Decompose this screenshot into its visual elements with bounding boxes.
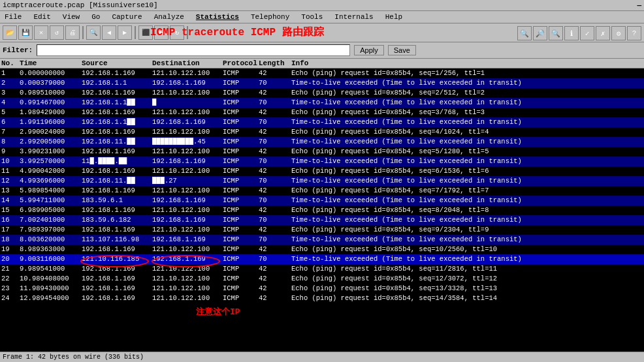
filter-input[interactable] bbox=[37, 44, 350, 56]
cell-dest: 121.10.122.100 bbox=[151, 68, 221, 78]
filter-save-button[interactable]: Save bbox=[388, 45, 416, 55]
table-row[interactable]: 9 3.990231000 192.168.1.169 121.10.122.1… bbox=[0, 147, 644, 157]
table-row[interactable]: 12 4.993696000 192.168.11.██ ███.27 ICMP… bbox=[0, 176, 644, 186]
table-row[interactable]: 5 1.989429000 192.168.1.169 121.10.122.1… bbox=[0, 108, 644, 117]
cell-length: 42 bbox=[257, 264, 290, 274]
table-row[interactable]: 20 9.003116000 121.10.116.185 192.168.1.… bbox=[0, 254, 644, 264]
cell-info: Echo (ping) request id=0x85b4, seq=1/256… bbox=[290, 68, 644, 78]
table-row[interactable]: 23 11.989430000 192.168.1.169 121.10.122… bbox=[0, 284, 644, 294]
table-row[interactable]: 10 3.992570000 11█.████.██ 192.168.1.169… bbox=[0, 157, 644, 166]
table-row[interactable]: 2 0.000379000 192.168.1.1 192.168.1.169 … bbox=[0, 78, 644, 88]
cell-time: 1.989429000 bbox=[18, 108, 80, 117]
table-row[interactable]: 11 4.990042000 192.168.1.169 121.10.122.… bbox=[0, 166, 644, 176]
reload-btn[interactable]: ↺ bbox=[50, 25, 64, 40]
cell-info: Echo (ping) request id=0x85b4, seq=12/30… bbox=[290, 274, 644, 284]
table-row[interactable]: 17 7.989397000 192.168.1.169 121.10.122.… bbox=[0, 225, 644, 235]
cell-source: 192.168.1.169 bbox=[80, 147, 151, 157]
table-row[interactable]: 18 8.003620000 113.107.116.98 192.168.1.… bbox=[0, 235, 644, 245]
pref-btn[interactable]: ⚙ bbox=[611, 26, 626, 40]
cell-length: 70 bbox=[257, 254, 290, 264]
table-row[interactable]: 8 2.992005000 192.168.11.██ ██████████.4… bbox=[0, 137, 644, 147]
search-btn[interactable]: 🔍 bbox=[517, 26, 532, 40]
zoom-out-btn[interactable]: 🔍 bbox=[549, 26, 563, 40]
table-row[interactable]: 4 0.991467000 192.168.1.1██ █ ICMP 70 Ti… bbox=[0, 98, 644, 108]
col-header-time: Time bbox=[18, 59, 80, 67]
cell-source: 113.107.116.98 bbox=[80, 235, 151, 245]
cell-dest: 192.168.1.169 bbox=[151, 254, 221, 264]
menu-item-tools[interactable]: Tools bbox=[299, 12, 325, 22]
menu-item-statistics[interactable]: Statistics bbox=[194, 12, 241, 22]
cell-length: 70 bbox=[257, 215, 290, 225]
cell-time: 2.990024000 bbox=[18, 127, 80, 137]
sep2 bbox=[135, 26, 136, 39]
close-btn[interactable]: ✕ bbox=[34, 25, 48, 40]
table-row[interactable]: 19 8.989363000 192.168.1.169 121.10.122.… bbox=[0, 245, 644, 254]
cell-time: 8.003620000 bbox=[18, 235, 80, 245]
cell-proto: ICMP bbox=[221, 127, 257, 137]
cell-source: 183.59.6.1 bbox=[80, 196, 151, 205]
find-btn[interactable]: 🔍 bbox=[86, 25, 101, 40]
filter-apply-button[interactable]: Apply bbox=[354, 45, 384, 55]
table-row[interactable]: 24 12.989454000 192.168.1.169 121.10.122… bbox=[0, 294, 644, 303]
col-header-source: Source bbox=[80, 59, 151, 67]
cell-time: 0.989510000 bbox=[18, 88, 80, 98]
table-row[interactable]: 7 2.990024000 192.168.1.169 121.10.122.1… bbox=[0, 127, 644, 137]
x-btn[interactable]: ✗ bbox=[596, 26, 610, 40]
back-btn[interactable]: ◀ bbox=[102, 25, 116, 40]
cell-source: 11█.████.██ bbox=[80, 157, 151, 166]
title-bar: icmptraceroute.pcap [Missuniverse10] — bbox=[0, 0, 644, 11]
cell-info: Echo (ping) request id=0x85b4, seq=5/128… bbox=[290, 147, 644, 157]
table-row[interactable]: 15 6.989905000 192.168.1.169 121.10.122.… bbox=[0, 205, 644, 215]
menu-item-analyze[interactable]: Analyze bbox=[152, 12, 186, 22]
print-btn[interactable]: 🖨 bbox=[65, 25, 80, 40]
cell-proto: ICMP bbox=[221, 137, 257, 147]
cell-source: 192.168.1.1 bbox=[80, 78, 151, 88]
close-button[interactable]: — bbox=[637, 1, 641, 9]
menu-item-telephony[interactable]: Telephony bbox=[249, 12, 291, 22]
cell-length: 42 bbox=[257, 245, 290, 254]
cell-length: 42 bbox=[257, 68, 290, 78]
menu-item-capture[interactable]: Capture bbox=[110, 12, 144, 22]
menu-item-internals[interactable]: Internals bbox=[332, 12, 375, 22]
check-btn[interactable]: ✓ bbox=[580, 26, 594, 40]
cell-info: Echo (ping) request id=0x85b4, seq=10/25… bbox=[290, 245, 644, 254]
fwd-btn[interactable]: ▶ bbox=[118, 25, 132, 40]
cell-length: 42 bbox=[257, 88, 290, 98]
cell-no: 17 bbox=[0, 225, 18, 235]
menu-item-file[interactable]: File bbox=[3, 12, 24, 22]
cell-no: 7 bbox=[0, 127, 18, 137]
cell-length: 42 bbox=[257, 294, 290, 303]
cell-time: 6.989905000 bbox=[18, 205, 80, 215]
cell-no: 12 bbox=[0, 176, 18, 186]
col-header-proto: Protocol bbox=[221, 59, 257, 67]
table-row[interactable]: 21 9.989541000 192.168.1.169 121.10.122.… bbox=[0, 264, 644, 274]
table-row[interactable]: 1 0.000000000 192.168.1.169 121.10.122.1… bbox=[0, 68, 644, 78]
menu-item-help[interactable]: Help bbox=[383, 12, 404, 22]
cell-source: 192.168.1.1██ bbox=[80, 117, 151, 127]
cell-proto: ICMP bbox=[221, 166, 257, 176]
table-row[interactable]: 16 7.002401000 183.59.6.182 192.168.1.16… bbox=[0, 215, 644, 225]
table-row[interactable]: 22 10.989408000 192.168.1.169 121.10.122… bbox=[0, 274, 644, 284]
table-row[interactable]: 3 0.989510000 192.168.1.169 121.10.122.1… bbox=[0, 88, 644, 98]
cell-length: 42 bbox=[257, 166, 290, 176]
menu-bar: FileEditViewGoCaptureAnalyzeStatisticsTe… bbox=[0, 11, 644, 23]
cell-source: 192.168.1.1██ bbox=[80, 98, 151, 108]
cell-info: Echo (ping) request id=0x85b4, seq=2/512… bbox=[290, 88, 644, 98]
table-row[interactable]: 14 5.994711000 183.59.6.1 192.168.1.169 … bbox=[0, 196, 644, 205]
table-row[interactable]: 6 1.991196000 192.168.1.1██ 192.168.1.16… bbox=[0, 117, 644, 127]
table-row[interactable]: 13 5.989854000 192.168.1.169 121.10.122.… bbox=[0, 186, 644, 196]
cell-dest: 121.10.122.100 bbox=[151, 205, 221, 215]
cell-length: 70 bbox=[257, 176, 290, 186]
menu-item-go[interactable]: Go bbox=[89, 12, 102, 22]
cell-dest: ██████████.45 bbox=[151, 137, 221, 147]
menu-item-edit[interactable]: Edit bbox=[31, 12, 52, 22]
cell-info: Echo (ping) request id=0x85b4, seq=14/35… bbox=[290, 294, 644, 303]
help-btn[interactable]: ? bbox=[627, 26, 641, 40]
open-btn[interactable]: 📂 bbox=[3, 25, 17, 40]
status-bar: Frame 1: 42 bytes on wire (336 bits) bbox=[0, 352, 644, 362]
save-btn[interactable]: 💾 bbox=[18, 25, 33, 40]
info-btn[interactable]: ℹ bbox=[564, 26, 579, 40]
title-text: icmptraceroute.pcap [Missuniverse10] bbox=[3, 1, 158, 9]
zoom-in-btn[interactable]: 🔎 bbox=[533, 26, 547, 40]
menu-item-view[interactable]: View bbox=[61, 12, 82, 22]
